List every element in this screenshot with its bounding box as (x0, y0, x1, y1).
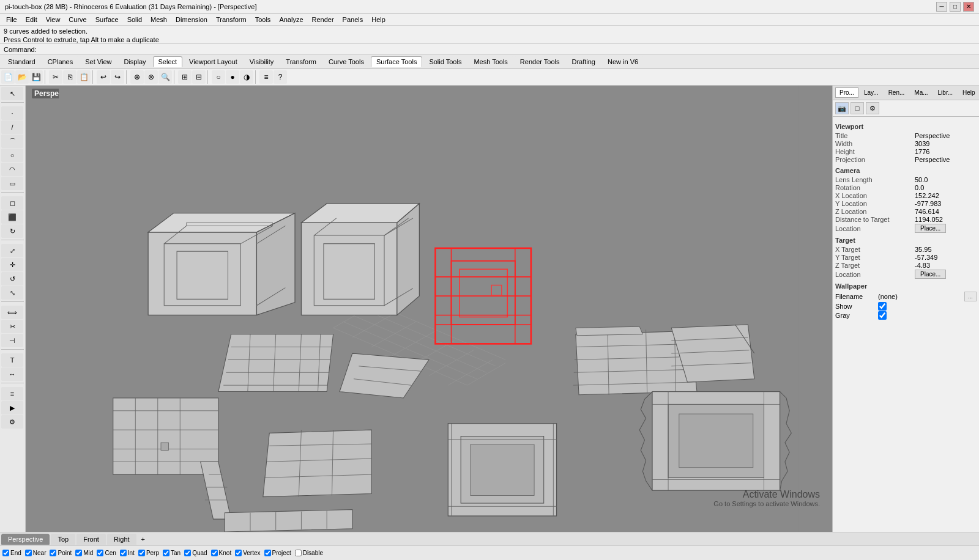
scale-tool[interactable]: ⤡ (1, 286, 23, 300)
menu-item-analyze[interactable]: Analyze (275, 15, 307, 24)
wireframe-icon[interactable]: ○ (212, 70, 225, 84)
move-tool[interactable]: ✛ (1, 258, 23, 271)
command-line[interactable]: Command: (0, 44, 979, 55)
open-icon[interactable]: 📂 (15, 70, 29, 84)
text-tool[interactable]: T (1, 353, 23, 367)
snap-icon[interactable]: ⊞ (178, 70, 192, 84)
misc-tool[interactable]: ⚙ (1, 415, 23, 429)
dim-tool[interactable]: ↔ (1, 367, 23, 381)
snap-cb-disable[interactable] (295, 550, 302, 556)
viewport-tab-top[interactable]: Top (51, 534, 75, 545)
extend-tool[interactable]: ⊣ (1, 334, 23, 347)
menu-item-dimension[interactable]: Dimension (172, 15, 211, 24)
snap-cb-int[interactable] (120, 550, 127, 556)
snap-cen[interactable]: Cen (97, 550, 116, 556)
new-icon[interactable]: 📄 (1, 70, 15, 84)
toolbar-tab-display[interactable]: Display (118, 56, 151, 67)
snap-cb-mid[interactable] (75, 550, 82, 556)
wallpaper-gray-checkbox[interactable] (878, 311, 887, 320)
right-tab-0[interactable]: Pro... (835, 87, 858, 98)
save-icon[interactable]: 💾 (29, 70, 43, 84)
snap-cb-knot[interactable] (211, 550, 218, 556)
rotate-tool[interactable]: ↺ (1, 272, 23, 286)
snap-cb-project[interactable] (264, 550, 271, 556)
snap-point[interactable]: Point (50, 550, 72, 556)
restore-button[interactable]: □ (950, 2, 961, 12)
snap-mid[interactable]: Mid (75, 550, 93, 556)
toolbar-tab-set-view[interactable]: Set View (80, 56, 117, 67)
copy-icon[interactable]: ⎘ (63, 70, 76, 84)
viewport-area[interactable]: Perspective▾ (26, 86, 832, 532)
snap-perp[interactable]: Perp (138, 550, 159, 556)
camera-place-button[interactable]: Place... (915, 224, 946, 233)
target-place-button[interactable]: Place... (915, 270, 946, 279)
zoom-ext-icon[interactable]: ⊕ (130, 70, 144, 84)
rect-tool[interactable]: ▭ (1, 177, 23, 190)
snap-int[interactable]: Int (120, 550, 135, 556)
polyline-tool[interactable]: ⌒ (1, 134, 23, 148)
zoom-in-icon[interactable]: 🔍 (158, 70, 172, 84)
layer-icon[interactable]: ≡ (259, 70, 273, 84)
menu-item-panels[interactable]: Panels (339, 15, 367, 24)
toolbar-tab-mesh-tools[interactable]: Mesh Tools (468, 56, 513, 67)
point-tool[interactable]: · (1, 106, 23, 120)
toolbar-tab-select[interactable]: Select (153, 56, 183, 67)
viewport-tab-perspective[interactable]: Perspective (1, 534, 50, 545)
menu-item-help[interactable]: Help (368, 15, 389, 24)
settings-icon[interactable]: ⚙ (866, 102, 879, 114)
toolbar-tab-drafting[interactable]: Drafting (566, 56, 601, 67)
close-button[interactable]: ✕ (963, 2, 974, 12)
render-btn[interactable]: ▶ (1, 401, 23, 414)
transform-tool[interactable]: ⤢ (1, 244, 23, 257)
menu-item-surface[interactable]: Surface (92, 15, 122, 24)
snap-tan[interactable]: Tan (163, 550, 181, 556)
snap-cb-perp[interactable] (138, 550, 145, 556)
toolbar-tab-viewport-layout[interactable]: Viewport Layout (184, 56, 243, 67)
snap-knot[interactable]: Knot (211, 550, 232, 556)
toolbar-tab-standard[interactable]: Standard (2, 56, 41, 67)
toolbar-tab-solid-tools[interactable]: Solid Tools (423, 56, 467, 67)
toolbar-tab-transform[interactable]: Transform (280, 56, 322, 67)
snap-quad[interactable]: Quad (184, 550, 207, 556)
menu-item-edit[interactable]: Edit (22, 15, 41, 24)
menu-item-mesh[interactable]: Mesh (147, 15, 171, 24)
undo-icon[interactable]: ↩ (97, 70, 110, 84)
viewport-tab-front[interactable]: Front (76, 534, 106, 545)
rendered-icon[interactable]: ◑ (240, 70, 253, 84)
snap-disable[interactable]: Disable (295, 550, 323, 556)
grid-icon[interactable]: ⊟ (192, 70, 206, 84)
snap-cb-point[interactable] (50, 550, 56, 556)
layers-icon[interactable]: □ (851, 102, 864, 114)
shaded-icon[interactable]: ● (226, 70, 239, 84)
right-tab-5[interactable]: Help (958, 87, 979, 98)
toolbar-tab-render-tools[interactable]: Render Tools (515, 56, 565, 67)
snap-project[interactable]: Project (264, 550, 291, 556)
cut-icon[interactable]: ✂ (49, 70, 62, 84)
snap-end[interactable]: End (2, 550, 21, 556)
snap-cb-near[interactable] (25, 550, 32, 556)
toolbar-tab-curve-tools[interactable]: Curve Tools (323, 56, 370, 67)
help-icon[interactable]: ? (274, 70, 287, 84)
toolbar-tab-visibility[interactable]: Visibility (244, 56, 280, 67)
snap-cb-tan[interactable] (163, 550, 169, 556)
toolbar-tab-cplanes[interactable]: CPlanes (42, 56, 79, 67)
snap-cb-quad[interactable] (184, 550, 191, 556)
revolve-tool[interactable]: ↻ (1, 224, 23, 238)
menu-item-file[interactable]: File (2, 15, 21, 24)
mirror-tool[interactable]: ⟺ (1, 306, 23, 319)
menu-item-tools[interactable]: Tools (251, 15, 275, 24)
right-tab-4[interactable]: Libr... (934, 87, 957, 98)
wallpaper-show-checkbox[interactable] (878, 302, 887, 311)
surface-tool[interactable]: ◻ (1, 196, 23, 210)
right-tab-2[interactable]: Ren... (884, 87, 909, 98)
right-tab-3[interactable]: Ma... (910, 87, 932, 98)
snap-cb-vertex[interactable] (235, 550, 242, 556)
snap-cb-end[interactable] (2, 550, 9, 556)
camera-icon[interactable]: 📷 (835, 102, 849, 114)
trim-tool[interactable]: ✂ (1, 320, 23, 333)
wallpaper-browse-button[interactable]: ... (964, 292, 977, 301)
circle-tool[interactable]: ○ (1, 149, 23, 162)
paste-icon[interactable]: 📋 (77, 70, 91, 84)
redo-icon[interactable]: ↪ (111, 70, 124, 84)
menu-item-transform[interactable]: Transform (212, 15, 250, 24)
